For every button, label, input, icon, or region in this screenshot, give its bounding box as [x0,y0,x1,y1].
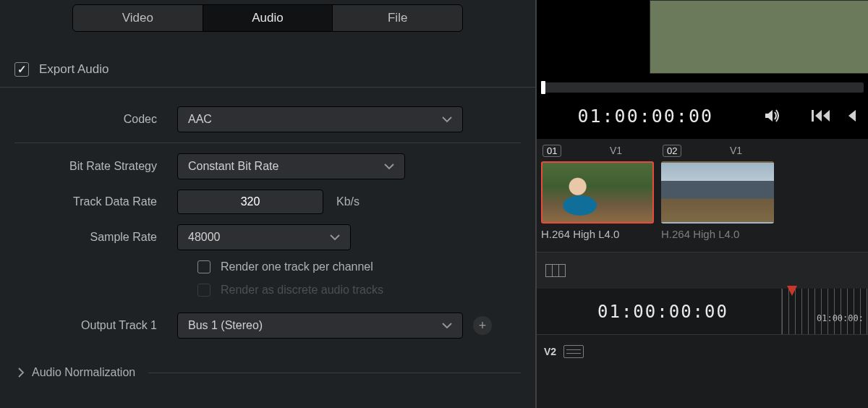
codec-value: AAC [188,113,212,126]
tab-audio[interactable]: Audio [203,5,333,31]
add-output-track-button[interactable]: + [473,316,492,335]
section-divider [148,373,521,373]
chevron-down-icon [442,322,452,329]
bitrate-strategy-select[interactable]: Constant Bit Rate [177,153,405,179]
timeline-toolbar [537,252,868,289]
track-type-icon [563,345,584,358]
export-audio-checkbox[interactable] [14,62,29,77]
clip-track: V1 [730,145,742,156]
svg-rect-0 [812,110,814,122]
settings-tabs: Video Audio File [72,4,463,32]
step-back-button[interactable] [841,105,862,127]
playhead-icon[interactable] [786,284,799,297]
viewer-timecode: 01:00:00:00 [542,106,713,127]
preview-frame [650,0,868,74]
timeline-ruler[interactable]: 01:00:00:00 01:00:00: [537,289,868,335]
clip-number: 01 [542,145,561,157]
chevron-down-icon [442,116,452,123]
viewer-transport: 01:00:00:00 [537,93,868,139]
export-audio-row: Export Audio [0,49,535,88]
go-to-start-button[interactable] [810,105,832,127]
track-name: V2 [544,346,556,357]
clip-codec-label: H.264 High L4.0 [661,228,774,240]
tab-file[interactable]: File [333,5,462,31]
render-discrete-label: Render as discrete audio tracks [221,284,383,297]
tab-video[interactable]: Video [73,5,203,31]
sample-rate-value: 48000 [188,231,221,244]
chevron-down-icon [330,234,340,241]
bitrate-strategy-label: Bit Rate Strategy [14,160,177,173]
output-track-select[interactable]: Bus 1 (Stereo) [177,313,463,339]
output-track-label: Output Track 1 [14,319,177,332]
timeline-timecode: 01:00:00:00 [597,302,728,322]
viewer-preview [537,0,868,77]
clip-thumbnail[interactable] [541,161,654,224]
render-one-per-channel-label: Render one track per channel [221,260,373,273]
volume-icon[interactable] [761,105,783,127]
preview-timeline-panel: 01:00:00:00 01 V1 H.264 High L4.0 02 V1 [535,0,868,408]
render-discrete-checkbox [197,284,210,297]
clip-item[interactable]: 02 V1 H.264 High L4.0 [661,145,774,240]
chevron-down-icon [384,163,394,170]
sample-rate-select[interactable]: 48000 [177,224,351,250]
render-discrete-row: Render as discrete audio tracks [197,284,521,297]
timeline-view-icon[interactable] [545,264,566,277]
timeline-tracks: V2 [537,335,868,408]
audio-form: Codec AAC Bit Rate Strategy Constant Bit… [0,88,535,339]
bitrate-strategy-value: Constant Bit Rate [188,160,278,173]
clip-track: V1 [610,145,622,156]
render-one-per-channel-checkbox[interactable] [197,260,210,273]
sample-rate-label: Sample Rate [14,231,177,244]
clip-item[interactable]: 01 V1 H.264 High L4.0 [541,145,654,240]
clip-number: 02 [663,145,681,157]
track-data-rate-input[interactable] [177,190,323,214]
track-data-rate-label: Track Data Rate [14,195,177,208]
codec-label: Codec [14,113,177,126]
audio-settings-panel: Video Audio File Export Audio Codec AAC … [0,0,535,408]
clip-codec-label: H.264 High L4.0 [541,228,654,240]
clip-thumbnail[interactable] [661,161,774,224]
audio-normalization-section[interactable]: Audio Normalization [0,349,535,379]
audio-normalization-label: Audio Normalization [32,366,135,379]
output-track-value: Bus 1 (Stereo) [188,319,263,332]
render-queue-clips: 01 V1 H.264 High L4.0 02 V1 H.264 High L… [537,139,868,252]
scrubber-head[interactable] [541,81,545,94]
track-row[interactable]: V2 [544,342,868,361]
track-data-rate-unit: Kb/s [336,195,359,208]
ruler-timecode-label: 01:00:00: [817,313,864,323]
export-audio-label: Export Audio [39,62,109,77]
codec-select[interactable]: AAC [177,106,463,132]
chevron-right-icon [17,367,25,378]
viewer-scrubber[interactable] [541,82,864,93]
render-one-per-channel-row: Render one track per channel [197,260,521,273]
